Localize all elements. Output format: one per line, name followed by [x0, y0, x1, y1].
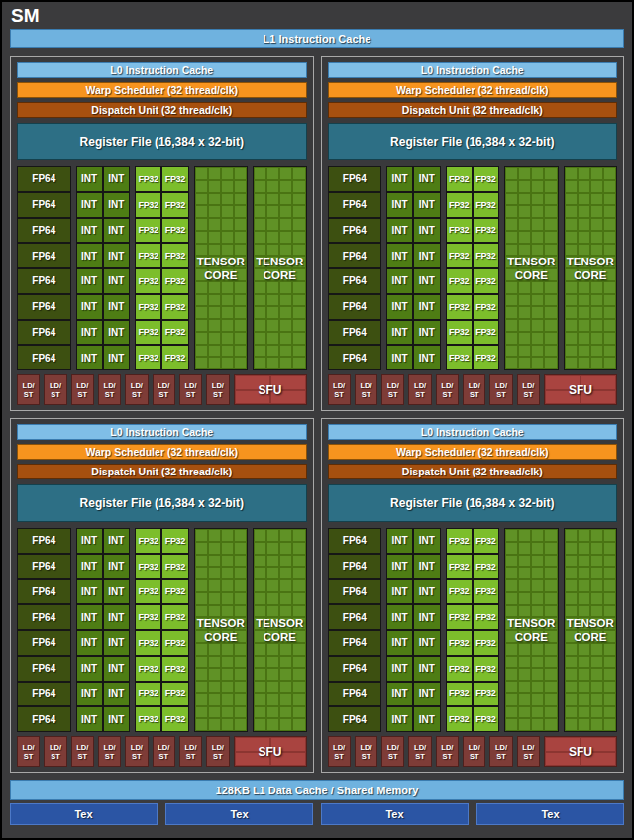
ldst-unit: LD/ST [44, 374, 66, 405]
ldst-unit: LD/ST [381, 374, 404, 405]
int-core-cell: INT [386, 554, 413, 579]
ldst-unit: LD/ST [408, 736, 431, 767]
int-core-cell: INT [413, 630, 440, 656]
tensor-core-label: TENSOR CORE [565, 529, 617, 731]
ldst-unit-label-line1: LD/ [495, 743, 507, 752]
ldst-unit-label-line1: LD/ [360, 743, 371, 752]
int-core-cell: INT [386, 579, 413, 605]
register-file-block: Register File (16,384 x 32-bit) [17, 484, 307, 522]
fp32-core-columns: FP32FP32FP32FP32FP32FP32FP32FP32FP32FP32… [446, 528, 500, 732]
tensor-core-block: TENSOR CORE [564, 528, 618, 732]
fp64-core-cell: FP64 [17, 294, 71, 320]
tensor-core-label: TENSOR CORE [505, 167, 558, 369]
tex-unit-row: TexTexTexTex [10, 803, 624, 825]
fp32-core-cell: FP32 [473, 682, 499, 707]
core-grid: FP64FP64FP64FP64FP64FP64FP64FP64 INTINTI… [17, 166, 307, 370]
int-core-cell: INT [76, 630, 103, 656]
ldst-unit-label-line2: ST [388, 752, 398, 761]
ldst-unit-label-line1: LD/ [469, 743, 480, 752]
int-core-cell: INT [413, 320, 440, 346]
fp32-core-cell: FP32 [473, 268, 499, 294]
ldst-unit: LD/ST [436, 736, 459, 767]
fp64-core-cell: FP64 [17, 682, 71, 707]
fp64-core-cell: FP64 [328, 706, 382, 732]
ldst-unit-label-line1: LD/ [522, 381, 534, 390]
l1-instruction-cache-bar: L1 Instruction Cache [10, 29, 624, 48]
ldst-unit-label-line2: ST [213, 390, 223, 399]
int-core-cell: INT [413, 294, 440, 320]
tensor-core-label-line1: TENSOR [256, 255, 303, 268]
ldst-unit-label-line2: ST [77, 752, 87, 761]
ldst-unit-label-line2: ST [105, 752, 115, 761]
l0-instruction-cache-bar: L0 Instruction Cache [328, 424, 618, 440]
fp64-core-cell: FP64 [328, 656, 382, 682]
ldst-unit: LD/ST [153, 736, 175, 767]
fp64-core-cell: FP64 [328, 320, 382, 346]
core-grid: FP64FP64FP64FP64FP64FP64FP64FP64 INTINTI… [328, 166, 618, 370]
int-core-cell: INT [76, 682, 103, 707]
fp32-core-cell: FP32 [135, 268, 161, 294]
fp32-core-cell: FP32 [473, 554, 499, 579]
fp32-core-cell: FP32 [473, 345, 499, 370]
fp32-core-cell: FP32 [473, 528, 499, 554]
int-core-cell: INT [413, 554, 440, 579]
fp64-core-cell: FP64 [17, 268, 71, 294]
ldst-unit-label-line2: ST [524, 752, 534, 761]
tensor-core-label-line1: TENSOR [197, 616, 245, 630]
int-core-columns: INTINTINTINTINTINTINTINTINTINTINTINTINTI… [386, 528, 441, 732]
ldst-unit-label-line2: ST [362, 390, 371, 399]
ldst-unit: LD/ST [328, 736, 351, 767]
fp32-core-cell: FP32 [473, 579, 499, 605]
ldst-unit-label-line2: ST [158, 752, 168, 761]
int-core-cell: INT [76, 554, 103, 579]
fp32-core-cell: FP32 [135, 579, 161, 605]
ldst-unit-label-line2: ST [415, 752, 425, 761]
ldst-unit: LD/ST [44, 736, 66, 767]
fp64-core-cell: FP64 [17, 528, 71, 554]
ldst-unit-label-line2: ST [470, 390, 479, 399]
ldst-unit: LD/ST [206, 374, 229, 405]
int-core-cell: INT [76, 243, 103, 268]
warp-scheduler-bar: Warp Scheduler (32 thread/clk) [328, 444, 618, 460]
fp32-core-cell: FP32 [135, 166, 161, 192]
int-core-cell: INT [386, 604, 413, 630]
ldst-unit-label-line1: LD/ [495, 381, 507, 390]
fp64-core-cell: FP64 [17, 218, 71, 244]
int-core-cell: INT [386, 345, 413, 370]
sfu-label: SFU [235, 375, 306, 404]
int-core-cell: INT [103, 294, 130, 320]
warp-scheduler-bar: Warp Scheduler (32 thread/clk) [17, 82, 307, 98]
fp32-core-cell: FP32 [161, 218, 188, 244]
ldst-unit: LD/ST [436, 374, 459, 405]
fp64-core-cell: FP64 [328, 579, 382, 605]
ldst-unit-label-line1: LD/ [50, 743, 61, 752]
tensor-core-label-line1: TENSOR [507, 255, 555, 268]
fp32-core-cell: FP32 [473, 320, 499, 346]
fp32-core-cell: FP32 [135, 218, 161, 244]
ldst-unit-label-line2: ST [51, 752, 60, 761]
fp64-core-cell: FP64 [328, 528, 382, 554]
ldst-unit: LD/ST [71, 374, 94, 405]
fp32-core-cell: FP32 [446, 630, 473, 656]
tensor-core-label-line2: CORE [515, 268, 548, 282]
fp32-core-cell: FP32 [473, 166, 499, 192]
dispatch-unit-bar: Dispatch Unit (32 thread/clk) [328, 102, 618, 118]
fp32-core-cell: FP32 [135, 554, 161, 579]
int-core-cell: INT [103, 706, 130, 732]
fp32-core-cell: FP32 [135, 320, 161, 346]
fp32-core-cell: FP32 [446, 604, 473, 630]
tensor-core-label-line2: CORE [264, 268, 296, 282]
ldst-unit-label-line2: ST [132, 390, 142, 399]
sm-processing-partition: L0 Instruction Cache Warp Scheduler (32 … [321, 56, 625, 411]
fp32-core-cell: FP32 [135, 528, 161, 554]
fp64-core-column: FP64FP64FP64FP64FP64FP64FP64FP64 [328, 528, 382, 732]
ldst-unit-label-line1: LD/ [212, 381, 224, 390]
int-core-cell: INT [76, 218, 103, 244]
fp32-core-cell: FP32 [446, 192, 473, 218]
register-file-block: Register File (16,384 x 32-bit) [17, 123, 307, 160]
ldst-unit-label-line1: LD/ [184, 743, 196, 752]
fp32-core-cell: FP32 [161, 166, 188, 192]
int-core-cell: INT [103, 656, 130, 682]
int-core-cell: INT [386, 218, 413, 244]
int-core-cell: INT [413, 682, 440, 707]
